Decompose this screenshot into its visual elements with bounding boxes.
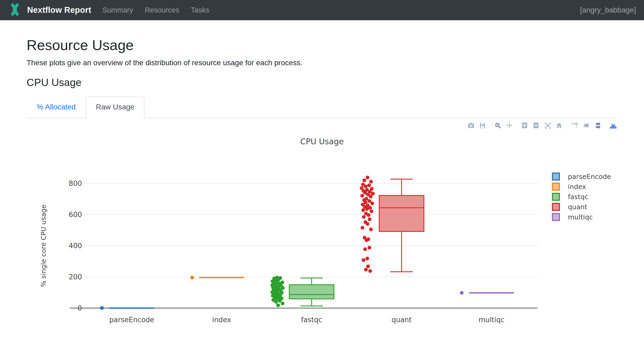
legend-label: fastqc: [568, 193, 588, 201]
data-point: [369, 228, 373, 231]
data-point: [460, 291, 464, 295]
y-tick-label: 800: [69, 179, 82, 187]
run-name: [angry_babbage]: [580, 6, 636, 14]
data-point: [367, 213, 370, 217]
page-title: Resource Usage: [27, 37, 617, 53]
data-point: [369, 195, 373, 198]
data-point: [368, 218, 371, 221]
box-trace-multiqc[interactable]: [460, 291, 514, 295]
y-tick-label: 200: [69, 273, 82, 281]
data-point: [278, 299, 282, 303]
y-tick-label: 600: [69, 211, 82, 219]
nav-item-tasks[interactable]: Tasks: [191, 6, 209, 14]
legend-label: parseEncode: [568, 173, 611, 181]
data-point: [190, 276, 194, 279]
x-tick-label-parseEncode: parseEncode: [109, 316, 154, 324]
y-axis-title: % single core CPU usage: [40, 204, 47, 287]
data-point: [366, 222, 369, 226]
legend-swatch: [552, 203, 559, 210]
navbar-brand[interactable]: Nextflow Report: [8, 3, 91, 17]
tab-raw-usage[interactable]: Raw Usage: [86, 96, 145, 118]
chart-title: CPU Usage: [300, 137, 344, 146]
data-point: [100, 306, 104, 310]
legend-swatch: [552, 173, 559, 180]
cpu-usage-tabs: % Allocated Raw Usage: [27, 96, 617, 118]
legend-item-quant[interactable]: quant: [552, 203, 587, 211]
x-tick-label-index: index: [212, 316, 231, 324]
navbar: Nextflow Report Summary Resources Tasks …: [0, 0, 644, 20]
data-point: [364, 268, 368, 272]
legend-item-fastqc[interactable]: fastqc: [552, 193, 588, 201]
legend-label: multiqc: [568, 213, 593, 221]
data-point: [368, 269, 372, 273]
data-point: [362, 178, 366, 182]
data-point: [364, 185, 368, 188]
legend-item-index[interactable]: index: [552, 183, 586, 191]
data-point: [360, 194, 364, 198]
data-point: [368, 206, 372, 210]
data-point: [370, 202, 374, 205]
legend-label: index: [568, 183, 586, 191]
legend: parseEncodeindexfastqcquantmultiqc: [552, 173, 611, 221]
data-point: [369, 180, 373, 183]
data-point: [281, 301, 284, 305]
legend-swatch: [552, 214, 559, 220]
y-tick-label: 0: [77, 304, 82, 312]
legend-item-parseEncode[interactable]: parseEncode: [552, 173, 611, 181]
data-point: [367, 183, 371, 187]
box-trace-quant[interactable]: [360, 176, 424, 273]
x-tick-label-fastqc: fastqc: [301, 316, 322, 324]
data-point: [366, 176, 369, 179]
data-point: [370, 210, 373, 213]
legend-swatch: [552, 183, 559, 190]
box: [289, 285, 334, 299]
x-tick-label-multiqc: multiqc: [478, 316, 504, 324]
y-tick-label: 400: [69, 242, 82, 250]
tab-percent-allocated[interactable]: % Allocated: [27, 96, 86, 118]
box-trace-index[interactable]: [190, 276, 244, 279]
data-point: [274, 300, 278, 304]
box-trace-fastqc[interactable]: [270, 276, 334, 307]
data-point: [361, 208, 365, 212]
box: [379, 195, 424, 231]
x-tick-label-quant: quant: [391, 316, 412, 324]
data-point: [363, 247, 367, 251]
navbar-links: Summary Resources Tasks: [102, 6, 209, 14]
main-content: Resource Usage These plots give an overv…: [0, 37, 644, 348]
app-title: Nextflow Report: [27, 5, 91, 15]
nav-item-resources[interactable]: Resources: [145, 6, 179, 14]
section-title-cpu-usage: CPU Usage: [27, 77, 617, 88]
data-point: [365, 207, 369, 211]
data-point: [368, 199, 371, 203]
nextflow-logo-icon: [8, 3, 22, 17]
legend-swatch: [552, 193, 559, 200]
data-point: [366, 264, 370, 268]
data-point: [365, 238, 368, 242]
data-point: [365, 257, 369, 260]
cpu-usage-chart-panel: 0200400600800% single core CPU usageCPU …: [0, 118, 644, 348]
page-subtitle: These plots give an overview of the dist…: [27, 59, 617, 67]
legend-item-multiqc[interactable]: multiqc: [552, 213, 593, 221]
legend-label: quant: [568, 203, 587, 211]
cpu-usage-box-plot[interactable]: 0200400600800% single core CPU usageCPU …: [0, 118, 644, 348]
data-point: [362, 258, 365, 262]
data-point: [362, 215, 366, 219]
data-point: [361, 226, 364, 230]
nav-item-summary[interactable]: Summary: [102, 6, 133, 14]
data-point: [368, 246, 371, 249]
data-point: [276, 303, 280, 307]
